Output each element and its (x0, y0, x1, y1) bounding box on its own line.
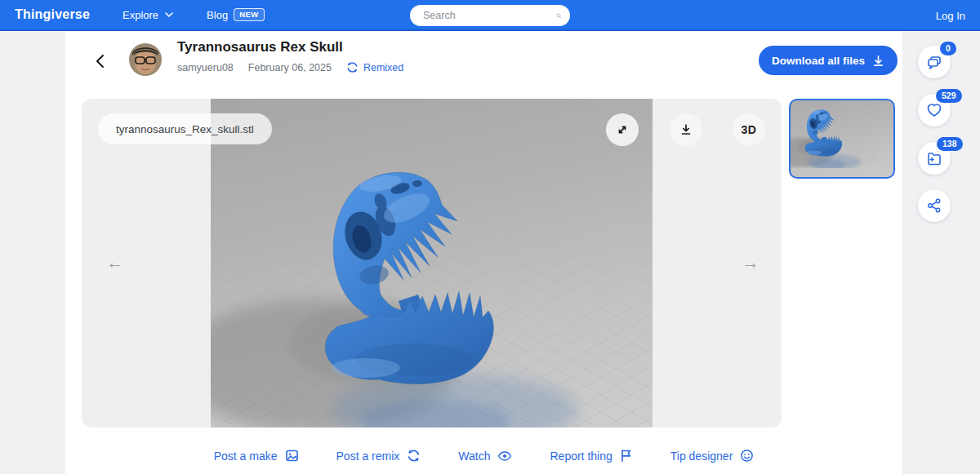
thing-title: Tyrannosaurus Rex Skull (177, 39, 403, 55)
thing-meta: samyueru08 February 06, 2025 Remixed (177, 61, 403, 73)
nav-blog-label: Blog (207, 9, 228, 21)
share-button[interactable] (918, 189, 951, 222)
report-thing-label: Report thing (550, 450, 612, 463)
fullscreen-button[interactable] (606, 113, 639, 146)
collections-count-badge[interactable]: 138 (937, 137, 963, 151)
download-file-button[interactable] (670, 113, 702, 146)
thingiverse-logo[interactable]: Thingiverse (15, 7, 90, 22)
download-all-files-button[interactable]: Download all files (759, 46, 898, 75)
nav-explore-label: Explore (122, 9, 158, 21)
left-arrow-icon: ← (107, 253, 124, 272)
threed-label: 3D (742, 123, 757, 136)
thingiverse-page: Thingiverse Explore Blog NEW Log In (0, 0, 980, 474)
filename-label: tyrannosaurus_Rex_skull.stl (116, 123, 254, 135)
avatar-image (129, 43, 162, 76)
search-icon[interactable] (556, 10, 562, 22)
expand-icon (616, 123, 629, 136)
threed-view-button[interactable]: 3D (733, 113, 765, 146)
new-badge: NEW (234, 8, 265, 21)
tip-designer-button[interactable]: Tip designer (670, 449, 755, 463)
report-thing-button[interactable]: Report thing (550, 449, 632, 463)
back-button[interactable] (90, 51, 111, 72)
post-a-remix-label: Post a remix (336, 450, 400, 463)
thumbnail-selected[interactable] (789, 99, 895, 179)
smiley-icon (740, 449, 754, 463)
filename-pill: tyrannosaurus_Rex_skull.stl (98, 113, 272, 144)
remixed-label: Remixed (363, 62, 403, 73)
publish-date: February 06, 2025 (248, 62, 332, 73)
next-image-arrow[interactable]: → (738, 250, 763, 275)
flag-icon (620, 449, 633, 463)
model-viewer: tyrannosaurus_Rex_skull.stl 3D ← → (82, 99, 782, 427)
post-a-make-label: Post a make (214, 450, 278, 463)
search-bar (410, 5, 570, 26)
trex-skull-render (211, 99, 653, 427)
comments-icon (926, 55, 942, 70)
previous-image-arrow[interactable]: ← (103, 250, 127, 275)
login-button[interactable]: Log In (936, 0, 965, 31)
image-icon (285, 449, 299, 463)
comments-count-badge[interactable]: 0 (940, 42, 956, 55)
share-icon (927, 198, 942, 213)
search-input[interactable] (421, 9, 556, 22)
heart-icon (926, 103, 942, 117)
author-name[interactable]: samyueru08 (177, 62, 234, 73)
thing-actions-bar: Post a make Post a remix Watch Report th… (65, 449, 902, 463)
download-icon (872, 55, 884, 67)
top-nav: Explore Blog NEW (122, 8, 265, 21)
chevron-down-icon (164, 10, 174, 20)
model-canvas[interactable] (211, 99, 653, 427)
remix-icon (346, 61, 359, 73)
nav-explore[interactable]: Explore (122, 9, 174, 21)
post-a-remix-button[interactable]: Post a remix (336, 449, 421, 463)
avatar[interactable] (129, 43, 162, 76)
tip-designer-label: Tip designer (670, 450, 733, 463)
remixed-link[interactable]: Remixed (346, 61, 403, 73)
post-a-make-button[interactable]: Post a make (214, 449, 299, 463)
download-all-files-label: Download all files (772, 55, 865, 67)
likes-count-badge[interactable]: 529 (936, 89, 962, 103)
nav-blog[interactable]: Blog NEW (207, 8, 265, 21)
watch-label: Watch (458, 450, 490, 463)
download-file-icon (679, 123, 693, 136)
right-arrow-icon: → (742, 253, 760, 272)
thing-card: Tyrannosaurus Rex Skull samyueru08 Febru… (65, 31, 902, 474)
add-to-collection-icon (926, 151, 942, 166)
thumbnail-render (791, 100, 893, 177)
watch-button[interactable]: Watch (458, 450, 512, 463)
title-block: Tyrannosaurus Rex Skull samyueru08 Febru… (177, 39, 403, 73)
top-navigation-bar: Thingiverse Explore Blog NEW Log In (0, 0, 980, 31)
remix-icon (407, 449, 421, 463)
chevron-left-icon (94, 54, 107, 69)
eye-icon (497, 450, 512, 463)
